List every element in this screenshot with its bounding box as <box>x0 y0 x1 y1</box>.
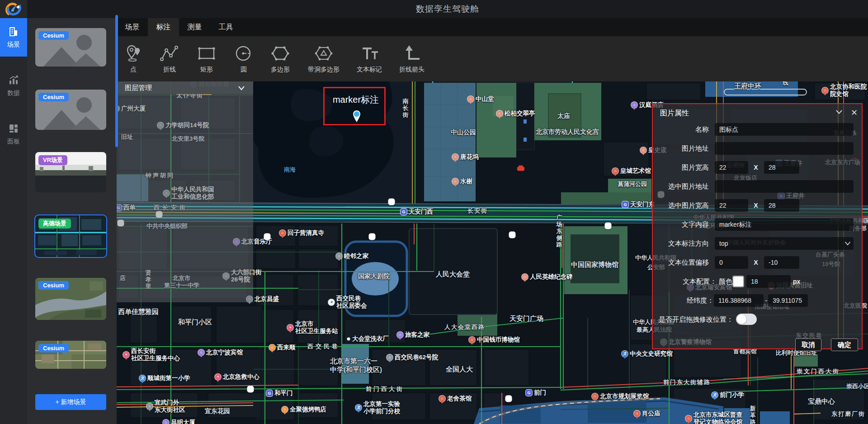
scene-card-gaode[interactable]: 高德场景 <box>35 215 106 257</box>
tool-polygon[interactable]: 多边形 <box>270 44 291 74</box>
map-canvas[interactable]: ⌂府右街宾馆⌂广州大厦⌂力学胡同14号院⌂中华人民共和国工业和信息化部⌂北京音乐… <box>117 81 868 424</box>
tool-polyline[interactable]: 折线 <box>159 44 180 74</box>
rail-item-label: 面板 <box>7 138 20 146</box>
scene-badge: Cesium <box>38 31 69 40</box>
layer-manager-header[interactable]: 图层管理 <box>117 81 253 94</box>
rail-item-scene[interactable]: 场景 <box>0 18 27 57</box>
map-label: 西交民巷62号院 <box>395 354 438 361</box>
left-rail: 场景 数据 面板 <box>0 18 27 424</box>
app-logo[interactable] <box>0 0 27 18</box>
image-height-input[interactable]: 28 <box>764 161 799 174</box>
field-label: 文字内容 <box>618 218 709 231</box>
tab-annotation[interactable]: 标注 <box>148 18 179 36</box>
map-label: 天安门西 <box>409 208 433 215</box>
scene-card-vr[interactable]: VR场景 <box>35 152 106 192</box>
marker-highlight-box[interactable]: marker标注 <box>323 87 386 125</box>
map-label: 西长安街社区卫生服务中心 <box>131 348 180 362</box>
map-label: 水榭 <box>460 178 472 185</box>
field-text-content: 文字内容 marker标注 <box>653 218 863 231</box>
map-label: 天安门广场 <box>509 314 543 323</box>
longitude-input[interactable]: 116.388968 <box>714 294 764 307</box>
tool-circle[interactable]: 圆 <box>233 44 254 74</box>
offset-y-input[interactable]: -10 <box>764 256 799 269</box>
poi-pin-icon: 文 <box>622 351 628 357</box>
poi-pin-icon: ⌂ <box>592 393 598 400</box>
poi-pin-icon: ⌂ <box>282 406 288 413</box>
tool-polygon-hole[interactable]: 带洞多边形 <box>308 44 340 74</box>
poi-pin-icon: ⌂ <box>612 168 618 174</box>
scene-card-hunan[interactable]: Cesium <box>35 28 106 67</box>
map-label: 松柏交翠亭 <box>505 110 535 117</box>
map-label: 昌明大厦 <box>171 419 195 424</box>
poi-pin-icon: ⌂ <box>387 354 393 361</box>
scene-card-test1[interactable]: Cesium <box>35 90 106 130</box>
tool-label: 带洞多边形 <box>308 66 340 74</box>
metro-entrance-icon <box>509 232 516 238</box>
map-label: 北京急救中心 <box>223 373 259 381</box>
map-label: 顺城街第一小学 <box>147 375 190 382</box>
app-root: 数据孪生驾驶舱 场景 数据 <box>0 0 868 424</box>
confirm-button[interactable]: 确定 <box>831 338 858 351</box>
tool-rectangle[interactable]: 矩形 <box>196 44 217 74</box>
collapse-icon[interactable] <box>835 110 843 114</box>
image-properties-dialog: 图片属性 ✕ 名称 图标点 图片地址 图片宽高 22 X 28 <box>652 103 863 349</box>
poi-pin-icon: ⌂ <box>522 274 528 280</box>
color-swatch[interactable] <box>732 276 744 287</box>
polygon-icon <box>270 44 291 63</box>
polyline-icon <box>159 44 180 63</box>
rail-item-panel[interactable]: 面板 <box>0 115 27 153</box>
scene-card-ceshi[interactable]: Cesium <box>35 278 106 320</box>
selected-image-height-input[interactable]: 28 <box>764 199 799 212</box>
map-label: 西来顺 <box>277 344 296 351</box>
image-width-input[interactable]: 22 <box>715 161 748 174</box>
font-size-input[interactable]: 18 <box>746 275 791 288</box>
traffic-incident-icon <box>517 167 524 171</box>
metro-entrance-icon <box>388 199 395 205</box>
metro-station-icon: G <box>401 209 407 215</box>
chevron-down-icon[interactable] <box>238 86 245 91</box>
image-url-input[interactable] <box>715 142 854 155</box>
map-label: 西单佳慧雅园 <box>118 308 159 316</box>
poi-pin-icon: ⌂ <box>163 419 169 424</box>
rail-item-data[interactable]: 数据 <box>0 67 27 105</box>
text-content-input[interactable]: marker标注 <box>715 218 854 231</box>
tab-measure[interactable]: 测量 <box>179 18 210 36</box>
name-input[interactable]: 图标点 <box>715 123 854 136</box>
tab-tools[interactable]: 工具 <box>210 18 241 36</box>
text-direction-select[interactable]: top <box>715 237 854 250</box>
map-label: 北京宁波宾馆 <box>206 349 243 356</box>
poi-pin-icon: ⌂ <box>467 96 474 102</box>
latitude-input[interactable]: 39.911075 <box>768 294 808 307</box>
tool-label: 文本标记 <box>357 66 382 74</box>
field-text-style: 文本配置： 颜色 18 px <box>653 275 863 288</box>
tool-text-mark[interactable]: 文本标记 <box>357 44 382 74</box>
poi-dot-icon <box>347 338 350 341</box>
marker-label: marker标注 <box>325 94 387 106</box>
drag-toggle[interactable] <box>736 314 757 325</box>
tool-point[interactable]: 点 <box>123 44 144 74</box>
chevron-down-icon <box>844 241 851 246</box>
map-label: 太庙 <box>557 112 570 120</box>
map-label: 中山堂 <box>476 95 494 103</box>
map-label: 中学(和平门校区) <box>330 366 382 374</box>
map-label: 前门西大街 <box>366 385 404 393</box>
selected-image-url-input[interactable] <box>715 180 854 193</box>
tab-scene[interactable]: 场景 <box>117 18 148 36</box>
offset-x-input[interactable]: 0 <box>715 256 748 269</box>
tool-polyline-arrow[interactable]: 折线箭头 <box>399 44 425 74</box>
close-icon[interactable]: ✕ <box>851 108 858 118</box>
tool-label: 矩形 <box>200 66 213 74</box>
map-label: 前门东大街辅路 <box>663 378 711 386</box>
metro-entrance-icon <box>369 233 376 240</box>
cancel-button[interactable]: 取消 <box>795 338 821 351</box>
dialog-title: 图片属性 <box>660 109 689 118</box>
poi-pin-icon: 文 <box>139 375 146 381</box>
scene-list-scrollbar[interactable] <box>115 15 118 147</box>
field-selected-image-size: 选中图片宽高 22 X 28 <box>653 199 863 212</box>
map-label: 北京协和医院院史馆 <box>830 83 867 98</box>
selected-image-width-input[interactable]: 22 <box>715 199 748 212</box>
add-scene-button[interactable]: + 新增场景 <box>35 394 106 410</box>
poi-pin-icon: ⌂ <box>336 253 342 259</box>
scene-card-extra[interactable]: Cesium <box>35 341 106 369</box>
tool-label: 圆 <box>241 66 247 74</box>
